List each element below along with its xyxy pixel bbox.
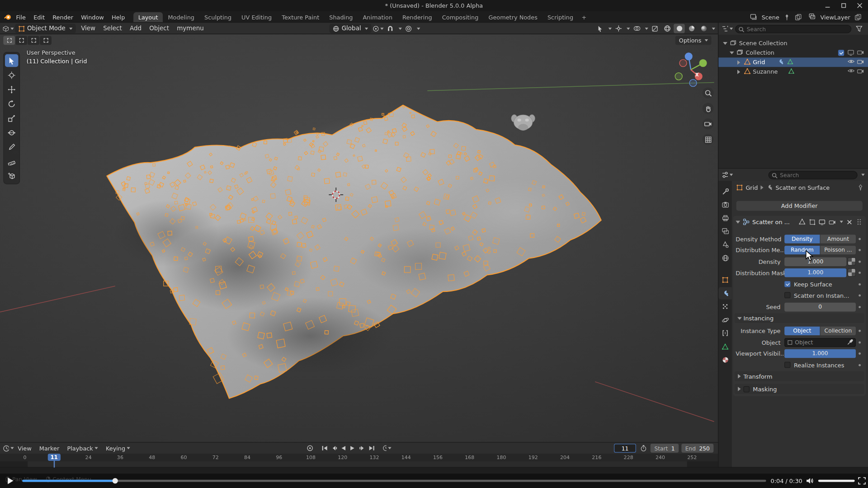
shading-solid-button[interactable] <box>674 24 684 33</box>
outliner-row-scene-collection[interactable]: Scene Collection <box>718 39 868 48</box>
tool-move[interactable] <box>5 83 18 96</box>
chevron-down-icon[interactable] <box>609 28 612 30</box>
select-mode-set-button[interactable] <box>3 36 15 45</box>
collection-exclude-checkbox[interactable] <box>838 50 844 56</box>
menu-edit[interactable]: Edit <box>30 13 49 22</box>
jump-to-start-button[interactable] <box>320 444 329 453</box>
player-fullscreen-button[interactable] <box>858 477 866 487</box>
play-reverse-button[interactable] <box>339 444 348 453</box>
menu-window[interactable]: Window <box>77 13 108 22</box>
tab-object[interactable] <box>718 274 731 286</box>
workspace-tab-layout[interactable]: Layout <box>133 12 163 23</box>
hide-viewport-icon[interactable] <box>848 49 854 56</box>
modifier-edit-mode-toggle[interactable] <box>808 218 816 225</box>
gizmo-x-negative[interactable] <box>679 60 687 67</box>
gizmo-y-negative[interactable] <box>675 73 682 80</box>
outliner-filter-button[interactable] <box>854 24 864 33</box>
close-button[interactable] <box>852 0 867 10</box>
player-play-button[interactable] <box>3 475 18 486</box>
pin-scene-icon[interactable] <box>783 13 792 22</box>
properties-filter-chevron[interactable] <box>861 174 864 176</box>
disable-render-icon[interactable] <box>857 68 864 74</box>
outliner-row-collection[interactable]: Collection <box>718 48 868 58</box>
modifier-extras-chevron[interactable] <box>840 221 843 223</box>
masking-checkbox[interactable] <box>743 386 749 392</box>
chevron-down-icon[interactable] <box>627 28 630 30</box>
timeline-ruler[interactable]: 0243648607284961081201321441561681801922… <box>0 454 718 461</box>
density-method-option-amount[interactable]: Amount <box>821 235 856 244</box>
play-button[interactable] <box>348 444 357 453</box>
pin-icon[interactable] <box>858 184 863 191</box>
expand-icon[interactable] <box>723 42 727 45</box>
outliner-row-suzanne[interactable]: Suzanne <box>718 67 868 76</box>
animate-dot[interactable] <box>856 249 863 251</box>
distribution-mask-texture-button[interactable] <box>848 268 856 277</box>
use-preview-range-toggle[interactable] <box>639 444 648 453</box>
shading-menu-chevron[interactable] <box>712 28 715 30</box>
snap-toggle[interactable] <box>385 24 396 33</box>
animate-dot[interactable] <box>856 283 863 285</box>
viewport-visibility-slider[interactable]: 1.000 <box>784 349 856 358</box>
mode-dropdown[interactable]: Object Mode <box>15 24 76 33</box>
tool-measure[interactable] <box>5 155 18 168</box>
scatter-on-instances-checkbox[interactable] <box>784 292 790 298</box>
animate-dot[interactable] <box>856 352 863 354</box>
new-view-layer-icon[interactable] <box>854 13 863 22</box>
expand-icon[interactable] <box>737 60 740 65</box>
shading-wireframe-button[interactable] <box>661 24 672 33</box>
outliner-editor-type-button[interactable] <box>722 24 733 33</box>
modifier-node-tree-icon[interactable] <box>798 218 806 225</box>
previous-keyframe-button[interactable] <box>330 444 339 453</box>
gizmos-toggle[interactable] <box>613 24 624 33</box>
outliner-row-grid[interactable]: Grid <box>718 57 868 67</box>
viewport-zoom-button[interactable] <box>703 87 713 98</box>
gizmo-y-axis[interactable] <box>699 59 707 67</box>
density-texture-button[interactable] <box>848 257 856 265</box>
tool-scale[interactable] <box>5 112 18 124</box>
viewport-camera-button[interactable] <box>703 118 713 129</box>
snap-menu-chevron[interactable] <box>399 28 402 30</box>
viewport-menu-object[interactable]: Object <box>146 24 173 33</box>
next-keyframe-button[interactable] <box>358 444 367 453</box>
blender-logo-icon[interactable] <box>3 13 12 22</box>
tab-view-layer[interactable] <box>718 225 731 237</box>
distribution-mask-slider[interactable]: 1.000 <box>784 268 846 277</box>
select-mode-extend-button[interactable] <box>15 36 27 45</box>
workspace-tab-compositing[interactable]: Compositing <box>437 12 484 23</box>
menu-help[interactable]: Help <box>108 13 128 22</box>
properties-search-input[interactable] <box>769 171 858 179</box>
workspace-tab-scripting[interactable]: Scripting <box>542 12 578 23</box>
density-method-option-density[interactable]: Density <box>784 235 820 244</box>
workspace-tab-sculpting[interactable]: Sculpting <box>199 12 236 23</box>
proportional-menu-chevron[interactable] <box>417 28 420 30</box>
tab-tool[interactable] <box>718 185 731 197</box>
animate-dot[interactable] <box>856 364 863 366</box>
modifier-drag-handle[interactable] <box>855 218 863 225</box>
animate-dot[interactable] <box>856 341 863 343</box>
view-layer-icon[interactable] <box>808 13 817 22</box>
seed-value-field[interactable]: 0 <box>784 302 856 311</box>
modifier-delete-button[interactable] <box>845 218 853 225</box>
shading-material-button[interactable] <box>686 24 697 33</box>
gizmo-z-axis[interactable] <box>685 52 693 60</box>
timeline-menu-view[interactable]: View <box>14 444 36 453</box>
properties-editor-type-button[interactable] <box>722 170 733 180</box>
scene-browse-icon[interactable] <box>750 13 759 22</box>
workspace-tab-uv-editing[interactable]: UV Editing <box>236 12 277 23</box>
viewport-menu-select[interactable]: Select <box>99 24 126 33</box>
timeline-track-area[interactable] <box>0 461 718 467</box>
player-volume-button[interactable] <box>806 477 814 487</box>
animate-dot[interactable] <box>856 238 863 240</box>
workspace-tab-texture-paint[interactable]: Texture Paint <box>277 12 324 23</box>
instancing-section-header[interactable]: Instancing <box>735 313 864 323</box>
disable-render-icon[interactable] <box>857 59 864 65</box>
eyedropper-icon[interactable] <box>847 339 853 345</box>
animate-dot[interactable] <box>856 272 863 274</box>
tool-select-box[interactable] <box>5 54 18 67</box>
animate-dot[interactable] <box>856 329 863 332</box>
workspace-tab-rendering[interactable]: Rendering <box>397 12 437 23</box>
hide-eye-icon[interactable] <box>848 68 855 74</box>
expand-icon[interactable] <box>737 70 740 74</box>
selectability-dropdown[interactable] <box>594 24 605 33</box>
instance-type-option-collection[interactable]: Collection <box>821 326 856 335</box>
